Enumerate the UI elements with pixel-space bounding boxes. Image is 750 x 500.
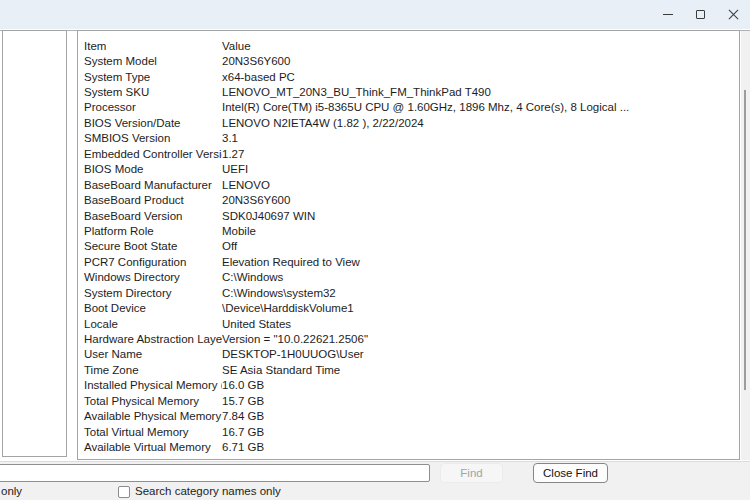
list-body: System Model 20N3S6Y600 System Type x64-… bbox=[78, 53, 739, 454]
vertical-scrollbar-thumb[interactable] bbox=[744, 90, 746, 390]
system-information-window: Item Value System Model 20N3S6Y600 Syste… bbox=[0, 0, 750, 500]
table-row[interactable]: Locale United States bbox=[78, 316, 739, 331]
value-cell[interactable]: Intel(R) Core(TM) i5-8365U CPU @ 1.60GHz… bbox=[222, 101, 739, 113]
table-row[interactable]: User Name DESKTOP-1H0UUOG\User bbox=[78, 347, 739, 362]
column-header-item[interactable]: Item bbox=[78, 40, 222, 52]
table-row[interactable]: Secure Boot State Off bbox=[78, 239, 739, 254]
table-row[interactable]: PCR7 Configuration Elevation Required to… bbox=[78, 254, 739, 269]
value-cell[interactable]: 7.84 GB bbox=[222, 410, 739, 422]
item-cell[interactable]: BaseBoard Product bbox=[78, 194, 222, 206]
item-cell[interactable]: Platform Role bbox=[78, 225, 222, 237]
find-what-input[interactable] bbox=[0, 464, 430, 482]
value-cell[interactable]: Version = "10.0.22621.2506" bbox=[222, 333, 739, 345]
item-cell[interactable]: Installed Physical Memory (RA... bbox=[78, 379, 222, 391]
value-cell[interactable]: Mobile bbox=[222, 225, 739, 237]
item-cell[interactable]: PCR7 Configuration bbox=[78, 256, 222, 268]
table-row[interactable]: BIOS Version/Date LENOVO N2IETA4W (1.82 … bbox=[78, 115, 739, 130]
item-cell[interactable]: Available Physical Memory bbox=[78, 410, 222, 422]
item-cell[interactable]: System Directory bbox=[78, 287, 222, 299]
item-cell[interactable]: Windows Directory bbox=[78, 271, 222, 283]
item-cell[interactable]: SMBIOS Version bbox=[78, 132, 222, 144]
value-cell[interactable]: 6.71 GB bbox=[222, 441, 739, 453]
item-cell[interactable]: Locale bbox=[78, 318, 222, 330]
table-row[interactable]: Total Physical Memory 15.7 GB bbox=[78, 393, 739, 408]
item-cell[interactable]: System Model bbox=[78, 55, 222, 67]
item-cell[interactable]: Total Physical Memory bbox=[78, 395, 222, 407]
value-cell[interactable]: Off bbox=[222, 240, 739, 252]
item-cell[interactable]: System Type bbox=[78, 71, 222, 83]
item-cell[interactable]: Time Zone bbox=[78, 364, 222, 376]
value-cell[interactable]: 16.7 GB bbox=[222, 426, 739, 438]
table-row[interactable]: System Type x64-based PC bbox=[78, 69, 739, 84]
table-row[interactable]: BaseBoard Manufacturer LENOVO bbox=[78, 177, 739, 192]
table-row[interactable]: Embedded Controller Version 1.27 bbox=[78, 146, 739, 161]
column-header-value[interactable]: Value bbox=[222, 40, 739, 52]
value-cell[interactable]: 3.1 bbox=[222, 132, 739, 144]
table-row[interactable]: SMBIOS Version 3.1 bbox=[78, 131, 739, 146]
value-cell[interactable]: SDK0J40697 WIN bbox=[222, 210, 739, 222]
item-cell[interactable]: Processor bbox=[78, 101, 222, 113]
value-cell[interactable]: UEFI bbox=[222, 163, 739, 175]
system-summary-list: Item Value System Model 20N3S6Y600 Syste… bbox=[77, 30, 740, 460]
search-category-names-only-checkbox[interactable] bbox=[118, 486, 130, 498]
minimize-button[interactable] bbox=[651, 0, 684, 29]
item-cell[interactable]: Available Virtual Memory bbox=[78, 441, 222, 453]
search-category-names-only-label[interactable]: Search category names only bbox=[135, 485, 281, 497]
category-tree-panel[interactable] bbox=[2, 30, 67, 457]
value-cell[interactable]: United States bbox=[222, 318, 739, 330]
table-row[interactable]: BaseBoard Product 20N3S6Y600 bbox=[78, 192, 739, 207]
find-options-row: only Search category names only bbox=[0, 485, 750, 499]
close-find-button[interactable]: Close Find bbox=[533, 463, 608, 483]
item-cell[interactable]: BIOS Mode bbox=[78, 163, 222, 175]
table-row[interactable]: System SKU LENOVO_MT_20N3_BU_Think_FM_Th… bbox=[78, 84, 739, 99]
item-cell[interactable]: User Name bbox=[78, 348, 222, 360]
table-row[interactable]: System Model 20N3S6Y600 bbox=[78, 53, 739, 68]
table-row[interactable]: Installed Physical Memory (RA... 16.0 GB bbox=[78, 378, 739, 393]
table-row[interactable]: Processor Intel(R) Core(TM) i5-8365U CPU… bbox=[78, 100, 739, 115]
list-header-row[interactable]: Item Value bbox=[78, 38, 739, 53]
table-row[interactable]: Available Physical Memory 7.84 GB bbox=[78, 409, 739, 424]
value-cell[interactable]: LENOVO_MT_20N3_BU_Think_FM_ThinkPad T490 bbox=[222, 86, 739, 98]
item-cell[interactable]: BaseBoard Version bbox=[78, 210, 222, 222]
close-button[interactable] bbox=[717, 0, 750, 29]
item-cell[interactable]: Hardware Abstraction Layer bbox=[78, 333, 222, 345]
maximize-button[interactable] bbox=[684, 0, 717, 29]
item-cell[interactable]: BaseBoard Manufacturer bbox=[78, 179, 222, 191]
value-cell[interactable]: C:\Windows\system32 bbox=[222, 287, 739, 299]
item-cell[interactable]: Embedded Controller Version bbox=[78, 148, 222, 160]
value-cell[interactable]: 16.0 GB bbox=[222, 379, 739, 391]
item-cell[interactable]: System SKU bbox=[78, 86, 222, 98]
table-row[interactable]: BaseBoard Version SDK0J40697 WIN bbox=[78, 208, 739, 223]
value-cell[interactable]: 20N3S6Y600 bbox=[222, 55, 739, 67]
value-cell[interactable]: LENOVO bbox=[222, 179, 739, 191]
table-row[interactable]: Platform Role Mobile bbox=[78, 223, 739, 238]
vertical-scrollbar[interactable] bbox=[741, 31, 750, 460]
value-cell[interactable]: DESKTOP-1H0UUOG\User bbox=[222, 348, 739, 360]
value-cell[interactable]: Elevation Required to View bbox=[222, 256, 739, 268]
value-cell[interactable]: 20N3S6Y600 bbox=[222, 194, 739, 206]
item-cell[interactable]: BIOS Version/Date bbox=[78, 117, 222, 129]
maximize-icon bbox=[696, 10, 705, 19]
table-row[interactable]: Time Zone SE Asia Standard Time bbox=[78, 362, 739, 377]
item-cell[interactable]: Total Virtual Memory bbox=[78, 426, 222, 438]
table-row[interactable]: Windows Directory C:\Windows bbox=[78, 270, 739, 285]
table-row[interactable]: BIOS Mode UEFI bbox=[78, 162, 739, 177]
value-cell[interactable]: x64-based PC bbox=[222, 71, 739, 83]
value-cell[interactable]: LENOVO N2IETA4W (1.82 ), 2/22/2024 bbox=[222, 117, 739, 129]
value-cell[interactable]: SE Asia Standard Time bbox=[222, 364, 739, 376]
table-row[interactable]: Available Virtual Memory 6.71 GB bbox=[78, 439, 739, 454]
value-cell[interactable]: 15.7 GB bbox=[222, 395, 739, 407]
table-row[interactable]: System Directory C:\Windows\system32 bbox=[78, 285, 739, 300]
item-cell[interactable]: Boot Device bbox=[78, 302, 222, 314]
close-icon bbox=[728, 9, 739, 20]
value-cell[interactable]: C:\Windows bbox=[222, 271, 739, 283]
table-row[interactable]: Total Virtual Memory 16.7 GB bbox=[78, 424, 739, 439]
search-selected-category-only-label-partial: only bbox=[1, 485, 22, 497]
item-cell[interactable]: Secure Boot State bbox=[78, 240, 222, 252]
table-row[interactable]: Hardware Abstraction Layer Version = "10… bbox=[78, 331, 739, 346]
table-row[interactable]: Boot Device \Device\HarddiskVolume1 bbox=[78, 300, 739, 315]
find-button[interactable]: Find bbox=[440, 463, 503, 483]
value-cell[interactable]: 1.27 bbox=[222, 148, 739, 160]
caption-buttons bbox=[651, 0, 750, 29]
value-cell[interactable]: \Device\HarddiskVolume1 bbox=[222, 302, 739, 314]
